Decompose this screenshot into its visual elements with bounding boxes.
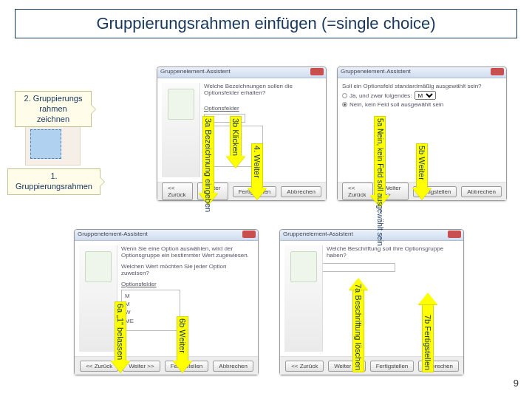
arrow-5a: 5a Nein, kein Feld soll ausgewählt sein [373, 116, 386, 207]
cancel-button[interactable]: Abbrechen [281, 186, 321, 197]
arrow-5b: 5b Weiter [415, 143, 429, 200]
dialog-title-text: Gruppenelement-Assistent [283, 231, 353, 237]
page-number: 9 [514, 378, 519, 389]
arrow-3b-label: 3b Klicken [231, 118, 240, 156]
dialog-title-text: Gruppenelement-Assistent [78, 231, 148, 237]
dialog-title: Gruppenelement-Assistent [75, 230, 258, 241]
close-icon[interactable] [310, 68, 324, 75]
optionfields-label: Optionsfelder [204, 105, 239, 112]
list-item: ME [125, 317, 177, 325]
arrow-7a: 7a Beschriftung löschen [352, 278, 365, 372]
arrow-6a-label: 6a „1" belassen [116, 304, 125, 360]
callout-step2-line1: 2. Gruppierungs [24, 94, 83, 103]
callout-step1: 1. Gruppierungsrahmen [7, 168, 100, 195]
arrow-7a-label: 7a Beschriftung löschen [354, 284, 363, 370]
arrow-6a: 6a „1" belassen [114, 301, 127, 372]
arrow-3a: 3a Bezeichnung eingeben [202, 116, 215, 205]
dialog5-q: Soll ein Optionsfeld standardmäßig ausge… [342, 83, 502, 89]
arrow-3a-label: 3a Bezeichnung eingeben [204, 118, 213, 212]
radio-yes[interactable]: Ja, und zwar folgendes:M [342, 91, 502, 100]
slide-title: Gruppierungsrahmen einfügen (=single cho… [15, 9, 517, 38]
form-sketch [25, 123, 81, 166]
arrow-4-label: 4. Weiter [253, 146, 262, 178]
finish-button[interactable]: Fertigstellen [370, 361, 415, 372]
radio-no-label: Nein, kein Feld soll ausgewählt sein [349, 101, 443, 108]
close-icon[interactable] [242, 231, 256, 238]
close-icon[interactable] [491, 68, 504, 75]
wizard-dialog-6: Gruppenelement-Assistent Wenn Sie eine O… [74, 229, 259, 375]
list-item: M [125, 300, 177, 308]
callout-step2-line2: rahmen [39, 104, 66, 113]
default-select[interactable]: M [415, 91, 436, 100]
dialog-title-text: Gruppenelement-Assistent [341, 68, 411, 75]
callout-step2: 2. Gruppierungs rahmen zeichnen [15, 91, 92, 127]
dialog-title: Gruppenelement-Assistent [338, 67, 506, 78]
callout-step2-line3: zeichnen [37, 115, 69, 123]
list-item: W [125, 308, 177, 316]
optionfields-label: Optionsfelder [121, 281, 157, 287]
cancel-button[interactable]: Abbrechen [461, 186, 502, 197]
dialog-title-text: Gruppenelement-Assistent [160, 68, 231, 75]
arrow-7b: 7b Fertigstellen [421, 293, 434, 372]
list-item: M [125, 292, 177, 300]
arrow-3b: 3b Klicken [229, 116, 242, 168]
arrow-4: 4. Weiter [250, 143, 264, 200]
radio-yes-label: Ja, und zwar folgendes: [349, 92, 412, 99]
back-button[interactable]: << Zurück [285, 361, 324, 372]
values-listbox[interactable]: M M W ME [121, 290, 180, 331]
radio-no[interactable]: Nein, kein Feld soll ausgewählt sein [342, 101, 502, 108]
dialog-title: Gruppenelement-Assistent [280, 230, 463, 241]
arrow-6b: 6b Weiter [176, 316, 189, 372]
callout-step1-text: 1. Gruppierungsrahmen [16, 171, 92, 191]
arrow-6b-label: 6b Weiter [178, 318, 187, 353]
arrow-7b-label: 7b Fertigstellen [423, 315, 432, 370]
arrow-5a-label: 5a Nein, kein Feld soll ausgewählt sein [376, 118, 384, 246]
dialog-title: Gruppenelement-Assistent [157, 67, 326, 78]
close-icon[interactable] [448, 231, 461, 238]
cancel-button[interactable]: Abbrechen [213, 361, 253, 372]
arrow-5b-label: 5b Weiter [417, 146, 426, 180]
back-button[interactable]: << Zurück [342, 183, 373, 200]
back-button[interactable]: << Zurück [162, 183, 193, 200]
